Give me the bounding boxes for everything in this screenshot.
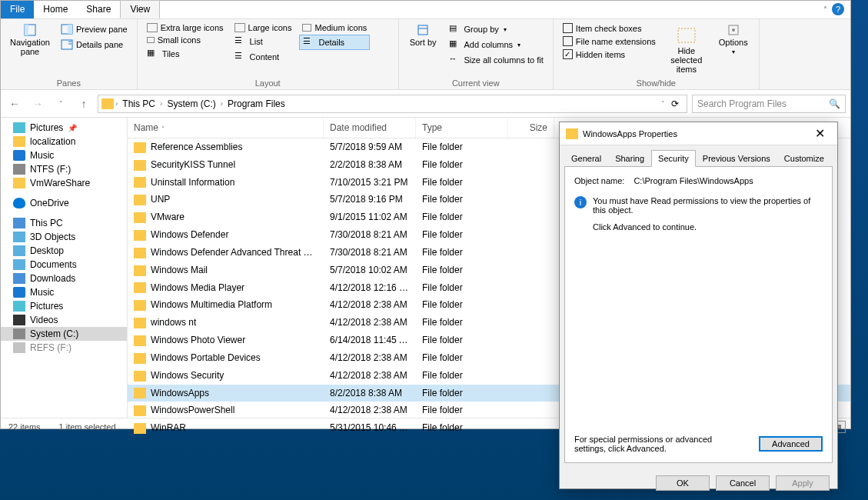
up-button[interactable]: ↑	[75, 95, 93, 113]
tree-item[interactable]: 3D Objects	[1, 230, 127, 244]
status-selected: 1 item selected	[59, 422, 116, 432]
details-pane-button[interactable]: Details pane	[58, 38, 131, 52]
sizeall-button[interactable]: ↔Size all columns to fit	[446, 53, 547, 67]
cell-name: WindowsApps	[128, 386, 324, 401]
crumb-program-files[interactable]: Program Files	[224, 98, 288, 109]
extensions-toggle[interactable]: File name extensions	[560, 35, 659, 47]
tree-item[interactable]: REFS (F:)	[1, 341, 127, 355]
cell-type: File folder	[416, 333, 508, 348]
ptab-sharing[interactable]: Sharing	[608, 150, 651, 167]
tree-item[interactable]: OneDrive	[1, 196, 127, 210]
cell-name: Windows Media Player	[128, 281, 324, 295]
tree-item[interactable]: Pictures	[1, 299, 127, 313]
crumb-system-c[interactable]: System (C:)	[164, 98, 218, 109]
properties-dialog: WindowsApps Properties ✕ General Sharing…	[559, 122, 838, 489]
col-size-header[interactable]: Size	[508, 118, 554, 138]
col-date-header[interactable]: Date modified	[324, 118, 416, 138]
tree-item[interactable]: System (C:)	[1, 327, 127, 341]
pic-icon	[13, 122, 25, 133]
tree-item[interactable]: Pictures📌	[1, 121, 127, 135]
tab-home[interactable]: Home	[34, 1, 77, 18]
ptab-general[interactable]: General	[564, 150, 608, 167]
search-icon: 🔍	[829, 98, 840, 109]
hidden-toggle[interactable]: ✓Hidden items	[560, 48, 659, 60]
refresh-icon[interactable]: ⟳	[667, 98, 683, 109]
cell-type: File folder	[416, 386, 508, 401]
close-button[interactable]: ✕	[809, 126, 831, 141]
layout-details[interactable]: ☰Details	[299, 35, 370, 50]
options-button[interactable]: Options ▾	[714, 22, 753, 77]
chevron-right-icon: ›	[221, 99, 223, 108]
layout-medium[interactable]: Medium icons	[299, 22, 370, 33]
cell-type: File folder	[416, 368, 508, 383]
hide-selected-button[interactable]: Hide selected items	[663, 22, 710, 77]
addr-dropdown-icon[interactable]: ˅	[661, 100, 665, 108]
cell-size	[508, 140, 554, 155]
apply-button[interactable]: Apply	[776, 475, 830, 491]
folder-icon	[101, 98, 114, 109]
layout-large[interactable]: Large icons	[231, 22, 295, 33]
back-button[interactable]: ←	[5, 95, 24, 113]
nav-pane-label: Navigation pane	[10, 38, 50, 56]
cell-type: File folder	[416, 315, 508, 330]
folder-icon	[134, 353, 146, 364]
tree-item[interactable]: This PC	[1, 216, 127, 230]
cell-size	[508, 298, 554, 312]
col-type-header[interactable]: Type	[416, 118, 508, 138]
tab-share[interactable]: Share	[77, 1, 120, 18]
groupby-button[interactable]: ▤Group by▾	[446, 22, 547, 36]
ptab-customize[interactable]: Customize	[777, 150, 831, 167]
cell-size	[508, 315, 554, 330]
tree-item[interactable]: Videos	[1, 313, 127, 327]
checkbox-icon: ✓	[563, 49, 573, 59]
tree-item[interactable]: Documents	[1, 258, 127, 272]
ptab-previous[interactable]: Previous Versions	[696, 150, 777, 167]
tab-view[interactable]: View	[120, 0, 160, 18]
tree-item[interactable]: Downloads	[1, 272, 127, 285]
collapse-ribbon-icon[interactable]: ˄	[823, 5, 827, 14]
cell-size	[508, 281, 554, 295]
ok-button[interactable]: OK	[656, 475, 710, 491]
layout-xl[interactable]: Extra large icons	[144, 22, 227, 33]
tree-item[interactable]: NTFS (F:)	[1, 162, 127, 176]
layout-list[interactable]: ☰List	[231, 35, 295, 48]
search-input[interactable]: Search Program Files 🔍	[692, 95, 846, 113]
tree-item[interactable]: VmWareShare	[1, 176, 127, 190]
folder-icon	[134, 212, 146, 223]
cell-size	[508, 210, 554, 225]
layout-tiles[interactable]: ▦Tiles	[144, 47, 227, 61]
help-icon[interactable]: ?	[832, 3, 844, 15]
addcols-button[interactable]: ▦Add columns▾	[446, 38, 547, 52]
extensions-label: File name extensions	[576, 37, 656, 46]
tree-item[interactable]: Desktop	[1, 244, 127, 258]
nav-pane-button[interactable]: Navigation pane	[7, 22, 53, 77]
recent-dropdown[interactable]: ˅	[52, 95, 70, 113]
crumb-thispc[interactable]: This PC	[119, 98, 158, 109]
sortby-button[interactable]: Sort by	[405, 22, 441, 77]
tree-item[interactable]: Music	[1, 148, 127, 162]
cell-type: File folder	[416, 228, 508, 242]
layout-small[interactable]: Small icons	[144, 35, 227, 45]
preview-pane-button[interactable]: Preview pane	[58, 22, 131, 36]
tab-file[interactable]: File	[1, 1, 34, 18]
tree-item[interactable]: localization	[1, 135, 127, 148]
cancel-button[interactable]: Cancel	[716, 475, 770, 491]
tree-item[interactable]: Music	[1, 285, 127, 299]
details-icon: ☰	[303, 36, 315, 48]
advanced-footer-text: For special permissions or advanced sett…	[574, 435, 743, 453]
cell-name: Windows Mail	[128, 263, 324, 278]
ptab-security[interactable]: Security	[651, 150, 696, 167]
list-icon: ☰	[234, 35, 247, 48]
layout-content[interactable]: ☰Content	[231, 50, 295, 64]
folder-icon	[134, 335, 146, 346]
checkboxes-toggle[interactable]: Item check boxes	[560, 22, 659, 34]
forward-button[interactable]: →	[28, 95, 47, 113]
col-name-header[interactable]: Name˄	[128, 118, 324, 138]
cell-type: File folder	[416, 245, 508, 260]
nav-tree[interactable]: Pictures📌localizationMusicNTFS (F:)VmWar…	[1, 118, 128, 418]
tree-item-label: VmWareShare	[30, 178, 90, 188]
advanced-button[interactable]: Advanced	[759, 436, 823, 452]
breadcrumb[interactable]: › This PC › System (C:) › Program Files …	[98, 95, 687, 113]
object-name-value: C:\Program Files\WindowsApps	[634, 176, 753, 185]
tree-item-label: Pictures	[30, 122, 63, 133]
